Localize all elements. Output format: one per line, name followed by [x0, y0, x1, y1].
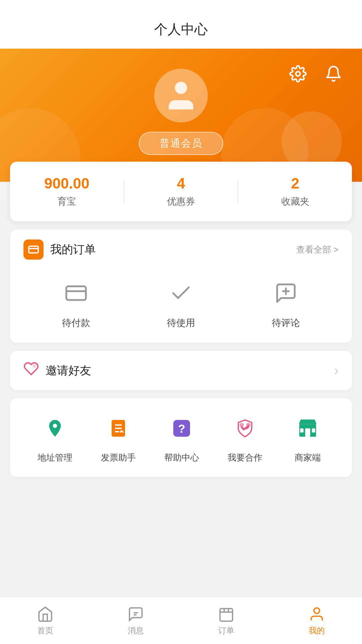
stats-card: 900.00 育宝 4 优惠券 2 收藏夹	[10, 162, 352, 221]
favorites-label: 收藏夹	[238, 195, 352, 208]
orders-header: 我的订单 查看全部 >	[23, 239, 339, 260]
invite-chevron-icon: ›	[334, 363, 339, 378]
svg-point-28	[314, 608, 320, 613]
invite-card[interactable]: 邀请好友 ›	[10, 351, 352, 390]
pending-use-icon	[164, 276, 198, 310]
top-icon-group	[286, 62, 345, 86]
nav-message[interactable]: 消息	[90, 606, 181, 636]
orders-icon	[23, 239, 44, 260]
invite-left: 邀请好友	[23, 361, 91, 380]
shortcut-merchant[interactable]: 商家端	[291, 412, 324, 464]
nav-orders-label: 订单	[218, 625, 234, 636]
pending-payment-label: 待付款	[62, 317, 90, 329]
svg-text:?: ?	[178, 422, 185, 435]
avatar	[154, 69, 208, 122]
invite-text: 邀请好友	[46, 363, 91, 378]
svg-point-8	[33, 364, 36, 368]
svg-rect-19	[305, 428, 310, 437]
orders-title-wrap: 我的订单	[23, 239, 96, 260]
stat-yubao[interactable]: 900.00 育宝	[10, 175, 124, 208]
settings-icon[interactable]	[286, 62, 310, 86]
favorites-value: 2	[238, 175, 352, 192]
merchant-label: 商家端	[295, 452, 321, 464]
view-all-button[interactable]: 查看全部 >	[296, 244, 339, 256]
cooperate-icon	[228, 412, 262, 445]
stat-coupon[interactable]: 4 优惠券	[124, 175, 238, 208]
shortcuts-card: 地址管理 发票助手 ? 帮助中心	[10, 398, 352, 477]
svg-rect-20	[300, 428, 303, 433]
shortcut-cooperate[interactable]: 我要合作	[228, 412, 262, 464]
invite-icon	[23, 361, 39, 380]
merchant-icon	[291, 412, 324, 445]
bottom-nav: 首页 消息 订单 我的	[0, 597, 362, 644]
svg-rect-21	[312, 428, 315, 433]
page-header: 个人中心	[0, 0, 362, 49]
orders-card: 我的订单 查看全部 > 待付款 待使用	[10, 229, 352, 343]
svg-point-1	[175, 82, 187, 94]
pending-payment-icon	[59, 276, 93, 310]
nav-orders[interactable]: 订单	[181, 606, 272, 636]
shortcuts-grid: 地址管理 发票助手 ? 帮助中心	[23, 408, 339, 467]
cooperate-label: 我要合作	[228, 452, 262, 464]
stat-favorites[interactable]: 2 收藏夹	[238, 175, 352, 208]
coupon-label: 优惠券	[124, 195, 238, 208]
svg-rect-2	[29, 246, 38, 253]
orders-title: 我的订单	[50, 242, 96, 257]
empty-space	[0, 477, 362, 544]
invoice-label: 发票助手	[101, 452, 136, 464]
svg-point-0	[296, 72, 300, 76]
svg-rect-24	[220, 608, 233, 621]
address-label: 地址管理	[38, 452, 72, 464]
nav-profile[interactable]: 我的	[272, 606, 362, 636]
nav-message-label: 消息	[128, 625, 144, 636]
pending-use-label: 待使用	[167, 317, 195, 329]
page-title: 个人中心	[154, 22, 208, 37]
nav-home[interactable]: 首页	[0, 606, 90, 636]
svg-point-9	[53, 424, 57, 428]
help-label: 帮助中心	[164, 452, 199, 464]
yubao-label: 育宝	[10, 195, 124, 208]
address-icon	[38, 412, 72, 445]
svg-rect-4	[66, 286, 85, 300]
invoice-icon	[102, 412, 135, 445]
notification-icon[interactable]	[322, 62, 345, 86]
shortcut-address[interactable]: 地址管理	[38, 412, 72, 464]
member-badge[interactable]: 普通会员	[139, 132, 223, 155]
invite-row: 邀请好友 ›	[23, 361, 339, 380]
shortcut-help[interactable]: ? 帮助中心	[164, 412, 199, 464]
help-icon: ?	[165, 412, 198, 445]
order-pending-review[interactable]: 待评论	[269, 276, 303, 329]
nav-home-label: 首页	[37, 625, 53, 636]
yubao-value: 900.00	[10, 175, 124, 192]
nav-profile-label: 我的	[309, 625, 325, 636]
orders-grid: 待付款 待使用 待评论	[23, 273, 339, 333]
order-pending-use[interactable]: 待使用	[164, 276, 198, 329]
coupon-value: 4	[124, 175, 238, 192]
pending-review-icon	[269, 276, 303, 310]
pending-review-label: 待评论	[272, 317, 300, 329]
order-pending-payment[interactable]: 待付款	[59, 276, 93, 329]
shortcut-invoice[interactable]: 发票助手	[101, 412, 136, 464]
